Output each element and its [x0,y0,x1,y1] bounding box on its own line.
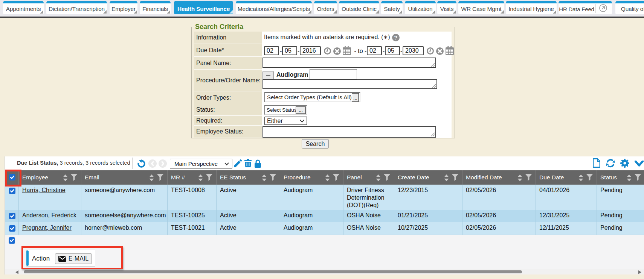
svg-text:?: ? [394,35,398,41]
